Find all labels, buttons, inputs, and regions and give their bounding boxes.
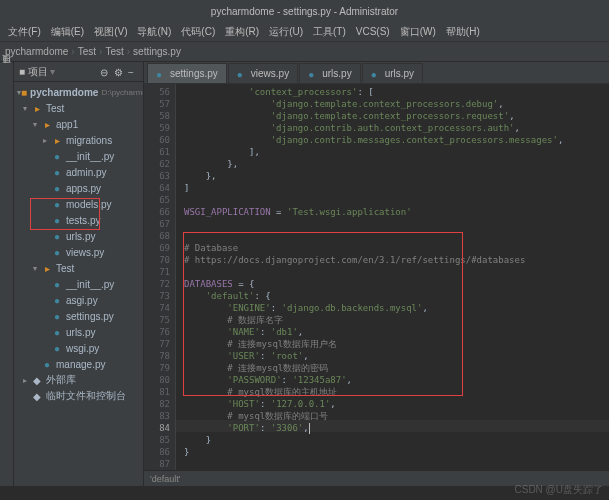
code-line[interactable]: 'PORT': '3306', bbox=[184, 422, 609, 434]
python-file-icon: ● bbox=[237, 69, 247, 79]
crumb-label[interactable]: 'default' bbox=[150, 474, 180, 484]
code-line[interactable]: WSGI_APPLICATION = 'Test.wsgi.applicatio… bbox=[184, 206, 609, 218]
code-line[interactable]: ] bbox=[184, 182, 609, 194]
code-line[interactable]: # mysql数据库的端口号 bbox=[184, 410, 609, 422]
code-line[interactable]: }, bbox=[184, 170, 609, 182]
breadcrumb[interactable]: pycharmdome › Test › Test › settings.py bbox=[0, 42, 609, 62]
python-file-icon: ● bbox=[308, 69, 318, 79]
tree-node[interactable]: ●admin.py bbox=[14, 164, 143, 180]
code-line[interactable]: # https://docs.djangoproject.com/en/3.1/… bbox=[184, 254, 609, 266]
code-line[interactable] bbox=[184, 266, 609, 278]
code-line[interactable]: 'context_processors': [ bbox=[184, 86, 609, 98]
code-line[interactable]: ], bbox=[184, 146, 609, 158]
code-line[interactable]: 'django.template.context_processors.debu… bbox=[184, 98, 609, 110]
code-line[interactable]: # 连接mysql数据的密码 bbox=[184, 362, 609, 374]
tree-label: urls.py bbox=[66, 327, 95, 338]
tree-node[interactable]: ●manage.py bbox=[14, 356, 143, 372]
tree-node[interactable]: ●tests.py bbox=[14, 212, 143, 228]
tree-node[interactable]: ●apps.py bbox=[14, 180, 143, 196]
tree-node[interactable]: ●views.py bbox=[14, 244, 143, 260]
breadcrumb-root[interactable]: pycharmdome bbox=[5, 46, 68, 57]
menu-item[interactable]: 代码(C) bbox=[176, 23, 220, 41]
tree-node[interactable]: ●models.py bbox=[14, 196, 143, 212]
tree-node[interactable]: ●urls.py bbox=[14, 324, 143, 340]
code-line[interactable]: # Database bbox=[184, 242, 609, 254]
code-line[interactable]: 'HOST': '127.0.0.1', bbox=[184, 398, 609, 410]
code-line[interactable]: }, bbox=[184, 158, 609, 170]
editor[interactable]: 5657585960616263646566676869707172737475… bbox=[144, 84, 609, 470]
code-line[interactable] bbox=[184, 218, 609, 230]
tree-node[interactable]: ●__init__.py bbox=[14, 148, 143, 164]
tree-node[interactable]: ▾▸Test bbox=[14, 100, 143, 116]
code-line[interactable]: DATABASES = { bbox=[184, 278, 609, 290]
code-line[interactable]: } bbox=[184, 446, 609, 458]
tree-node[interactable]: ▾▸Test bbox=[14, 260, 143, 276]
scr-icon: ◆ bbox=[31, 391, 43, 402]
hide-icon[interactable]: − bbox=[128, 67, 138, 77]
breadcrumb-file[interactable]: settings.py bbox=[133, 46, 181, 57]
project-panel-header: ■ 项目 ▾ ⊖ ⚙ − bbox=[14, 62, 143, 82]
editor-tab[interactable]: ●urls.py bbox=[299, 63, 360, 83]
code-line[interactable]: 'django.contrib.messages.context_process… bbox=[184, 134, 609, 146]
py-icon: ● bbox=[51, 327, 63, 338]
menu-item[interactable]: 工具(T) bbox=[308, 23, 351, 41]
tree-label: asgi.py bbox=[66, 295, 98, 306]
code-line[interactable] bbox=[184, 458, 609, 470]
gear-icon[interactable]: ⚙ bbox=[114, 67, 124, 77]
menu-item[interactable]: 重构(R) bbox=[220, 23, 264, 41]
editor-tab[interactable]: ●urls.py bbox=[362, 63, 423, 83]
menu-item[interactable]: 帮助(H) bbox=[441, 23, 485, 41]
menu-item[interactable]: 导航(N) bbox=[132, 23, 176, 41]
tree-node[interactable]: ▾▸app1 bbox=[14, 116, 143, 132]
tree-node[interactable]: ▸◆外部库 bbox=[14, 372, 143, 388]
editor-tab[interactable]: ●settings.py bbox=[147, 63, 227, 83]
root-path: D:\pycharmdome bbox=[101, 88, 143, 97]
code-line[interactable]: } bbox=[184, 434, 609, 446]
py-icon: ● bbox=[51, 295, 63, 306]
code-line[interactable]: 'django.template.context_processors.requ… bbox=[184, 110, 609, 122]
tree-label: wsgi.py bbox=[66, 343, 99, 354]
code-line[interactable]: 'django.contrib.auth.context_processors.… bbox=[184, 122, 609, 134]
chevron-right-icon: › bbox=[127, 46, 130, 57]
py-icon: ● bbox=[51, 183, 63, 194]
code-line[interactable]: 'USER': 'root', bbox=[184, 350, 609, 362]
code-line[interactable] bbox=[184, 230, 609, 242]
breadcrumb-seg[interactable]: Test bbox=[78, 46, 96, 57]
tree-label: admin.py bbox=[66, 167, 107, 178]
collapse-icon[interactable]: ⊖ bbox=[100, 67, 110, 77]
code-line[interactable]: 'PASSWORD': '12345a87', bbox=[184, 374, 609, 386]
left-tool-strip[interactable]: 项目 bbox=[0, 62, 14, 486]
menu-item[interactable]: 文件(F) bbox=[3, 23, 46, 41]
dropdown-icon[interactable]: ▾ bbox=[50, 66, 55, 77]
code-line[interactable]: 'default': { bbox=[184, 290, 609, 302]
tree-root[interactable]: ▾■ pycharmdome D:\pycharmdome bbox=[14, 84, 143, 100]
project-tree[interactable]: ▾■ pycharmdome D:\pycharmdome ▾▸Test▾▸ap… bbox=[14, 82, 143, 486]
tree-node[interactable]: ▸▸migrations bbox=[14, 132, 143, 148]
code-line[interactable]: # 连接mysql数据库用户名 bbox=[184, 338, 609, 350]
tree-node[interactable]: ●asgi.py bbox=[14, 292, 143, 308]
code-line[interactable] bbox=[184, 194, 609, 206]
code-line[interactable]: # 数据库名字 bbox=[184, 314, 609, 326]
editor-tab[interactable]: ●views.py bbox=[228, 63, 298, 83]
menu-item[interactable]: 窗口(W) bbox=[395, 23, 441, 41]
menu-item[interactable]: 运行(U) bbox=[264, 23, 308, 41]
folder-icon: ▸ bbox=[31, 103, 43, 114]
tree-node[interactable]: ●__init__.py bbox=[14, 276, 143, 292]
tree-label: settings.py bbox=[66, 311, 114, 322]
tab-label: settings.py bbox=[170, 68, 218, 79]
code[interactable]: 'context_processors': [ 'django.template… bbox=[176, 84, 609, 470]
panel-title-prefix: ■ bbox=[19, 66, 25, 77]
code-line[interactable]: 'ENGINE': 'django.db.backends.mysql', bbox=[184, 302, 609, 314]
tree-node[interactable]: ◆临时文件和控制台 bbox=[14, 388, 143, 404]
menu-item[interactable]: VCS(S) bbox=[351, 24, 395, 39]
tree-node[interactable]: ●wsgi.py bbox=[14, 340, 143, 356]
gutter[interactable]: 5657585960616263646566676869707172737475… bbox=[144, 84, 176, 470]
code-line[interactable]: 'NAME': 'db1', bbox=[184, 326, 609, 338]
menu-bar: 文件(F)编辑(E)视图(V)导航(N)代码(C)重构(R)运行(U)工具(T)… bbox=[0, 22, 609, 42]
menu-item[interactable]: 视图(V) bbox=[89, 23, 132, 41]
tree-node[interactable]: ●settings.py bbox=[14, 308, 143, 324]
menu-item[interactable]: 编辑(E) bbox=[46, 23, 89, 41]
tree-node[interactable]: ●urls.py bbox=[14, 228, 143, 244]
code-line[interactable]: # mysql数据库的主机地址 bbox=[184, 386, 609, 398]
breadcrumb-seg[interactable]: Test bbox=[105, 46, 123, 57]
